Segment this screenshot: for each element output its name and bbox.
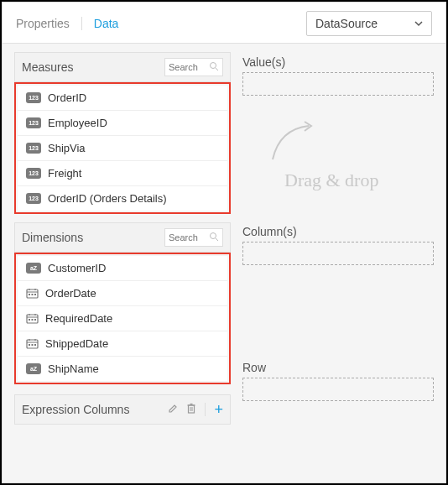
search-icon [209, 230, 219, 245]
values-section: Value(s) Drag & drop [242, 52, 434, 213]
list-item[interactable]: ShippedDate [18, 331, 227, 357]
item-label: OrderID (Orders Details) [48, 192, 167, 205]
svg-point-2 [211, 233, 216, 239]
list-item[interactable]: RequiredDate [18, 306, 227, 331]
svg-rect-17 [34, 319, 36, 321]
svg-rect-10 [34, 294, 36, 295]
measures-section: Measures 123 OrderID [14, 52, 231, 214]
dimensions-search-input[interactable] [169, 232, 209, 242]
list-item[interactable]: 123 OrderID (Orders Details) [18, 186, 227, 211]
svg-point-0 [211, 63, 216, 69]
dimensions-search[interactable] [164, 228, 223, 247]
svg-line-3 [216, 238, 218, 241]
number-icon: 123 [26, 143, 41, 154]
item-label: EmployeeID [48, 117, 107, 129]
dimensions-highlight-box: aZ CustomerID OrderDate [14, 253, 231, 384]
svg-rect-24 [34, 344, 36, 346]
tab-strip: Properties Data [16, 17, 118, 30]
row-dropzone[interactable] [242, 378, 434, 401]
list-item[interactable]: 123 OrderID [18, 86, 227, 111]
list-item[interactable]: 123 Freight [18, 161, 227, 186]
add-icon[interactable]: + [214, 404, 223, 415]
row-title: Row [242, 357, 434, 378]
expression-columns-header: Expression Columns + [14, 394, 231, 425]
svg-rect-16 [32, 319, 34, 321]
separator [205, 403, 206, 416]
list-item[interactable]: 123 EmployeeID [18, 111, 227, 136]
svg-rect-15 [29, 319, 30, 321]
dimensions-section: Dimensions aZ CustomerID [14, 222, 231, 384]
item-label: OrderDate [45, 287, 96, 300]
measures-header: Measures [14, 52, 231, 82]
datasource-select-wrap: DataSource [306, 11, 432, 36]
list-item[interactable]: OrderDate [18, 281, 227, 306]
values-drop-hint: Drag & drop [242, 96, 434, 213]
measures-title: Measures [22, 60, 73, 74]
datasource-select[interactable]: DataSource [306, 11, 432, 36]
svg-rect-22 [29, 344, 30, 346]
dimensions-header: Dimensions [14, 222, 231, 253]
row-section: Row [242, 357, 434, 401]
search-icon [209, 60, 219, 75]
edit-icon[interactable] [168, 402, 178, 417]
tab-properties[interactable]: Properties [16, 17, 70, 30]
list-item[interactable]: aZ CustomerID [18, 256, 227, 281]
spacer [242, 274, 434, 349]
content-area: Measures 123 OrderID [3, 44, 445, 482]
columns-title: Column(s) [242, 222, 434, 242]
measures-search[interactable] [164, 58, 223, 76]
item-label: RequiredDate [45, 312, 112, 325]
dimensions-list: aZ CustomerID OrderDate [18, 256, 227, 381]
measures-highlight-box: 123 OrderID 123 EmployeeID 123 ShipVia [14, 82, 231, 214]
expression-columns-title: Expression Columns [22, 403, 129, 416]
svg-rect-9 [32, 294, 34, 295]
list-item[interactable]: aZ ShipName [18, 357, 227, 381]
dimensions-title: Dimensions [22, 231, 83, 244]
item-label: ShipName [48, 362, 99, 375]
tab-data[interactable]: Data [94, 17, 119, 30]
number-icon: 123 [26, 193, 41, 204]
tab-separator [81, 17, 82, 30]
arrow-icon [263, 119, 321, 169]
svg-rect-23 [32, 344, 34, 346]
values-dropzone[interactable] [242, 72, 434, 96]
measures-list: 123 OrderID 123 EmployeeID 123 ShipVia [18, 86, 227, 211]
measures-search-input[interactable] [169, 62, 209, 72]
svg-rect-25 [189, 405, 195, 413]
calendar-icon [26, 338, 39, 349]
svg-rect-8 [29, 294, 30, 295]
item-label: ShippedDate [45, 337, 108, 350]
item-label: Freight [48, 167, 81, 180]
drag-drop-hint: Drag & drop [284, 169, 378, 191]
columns-section: Column(s) [242, 222, 434, 265]
list-item[interactable]: 123 ShipVia [18, 136, 227, 161]
app-root: Properties Data DataSource Measures [2, 2, 446, 483]
expression-toolbar: + [168, 402, 223, 417]
top-bar: Properties Data DataSource [3, 3, 445, 44]
left-column: Measures 123 OrderID [14, 52, 231, 471]
columns-dropzone[interactable] [242, 242, 434, 265]
item-label: CustomerID [48, 262, 106, 274]
svg-line-1 [216, 68, 218, 70]
item-label: OrderID [48, 91, 86, 104]
values-title: Value(s) [242, 52, 434, 72]
number-icon: 123 [26, 92, 41, 103]
delete-icon[interactable] [186, 402, 196, 417]
right-column: Value(s) Drag & drop Column(s) [242, 52, 434, 471]
text-icon: aZ [26, 363, 41, 374]
number-icon: 123 [26, 117, 41, 128]
text-icon: aZ [26, 263, 41, 274]
calendar-icon [26, 288, 39, 299]
number-icon: 123 [26, 168, 41, 179]
calendar-icon [26, 313, 39, 324]
item-label: ShipVia [48, 142, 86, 154]
